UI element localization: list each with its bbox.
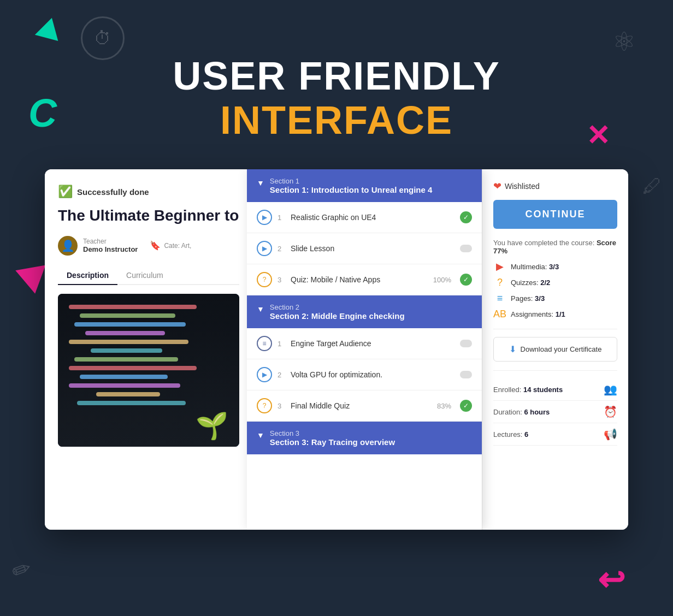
lesson-1-2-title: Slide Lesson xyxy=(291,244,454,253)
video-icon-1: ▶ xyxy=(257,210,272,225)
toggle-2-2 xyxy=(460,371,472,378)
instructor-name: Demo Instructor xyxy=(83,245,138,253)
section1-header[interactable]: ▼ Section 1 Section 1: Introduction to U… xyxy=(247,169,482,202)
hero-title-line1: USER FRIENDLY xyxy=(145,55,528,98)
success-badge: ✅ Successfully done xyxy=(58,185,239,199)
quiz-icon-1: ? xyxy=(257,272,272,287)
section3-title: Section 3: Ray Tracing overview xyxy=(270,437,395,447)
download-icon: ⬇ xyxy=(509,344,516,354)
lesson-2-2[interactable]: ▶ 2 Volta GPU for optimization. xyxy=(247,359,482,390)
instructor-row: 👤 Teacher Demo Instructor 🔖 Cate: Art, xyxy=(58,236,239,256)
bg-pencil2-icon: 🖊 xyxy=(642,175,662,198)
completion-text: You have completed the course: Score 77% xyxy=(493,239,617,255)
bg-atom-icon: ⚛ xyxy=(612,26,636,57)
stat-assignments: AB Assignments: 1/1 xyxy=(493,309,617,320)
lesson-1-3-title: Quiz: Mobile / Native Apps xyxy=(291,275,428,284)
multimedia-icon: ▶ xyxy=(493,260,506,273)
assignments-label: Assignments: 1/1 xyxy=(511,310,565,318)
section3-label: Section 3 xyxy=(270,429,395,437)
continue-button[interactable]: CONTINUE xyxy=(493,200,617,229)
quiz-icon-2: ? xyxy=(257,398,272,413)
hook-pink-shape: ↩ xyxy=(598,560,625,599)
download-cert-label: Download your Certificate xyxy=(521,345,602,353)
duration-row: Duration: 6 hours ⏰ xyxy=(493,401,617,423)
speaker-icon: 📢 xyxy=(604,428,617,441)
divider-1 xyxy=(493,329,617,329)
toggle-1-2 xyxy=(460,245,472,252)
assignments-icon: AB xyxy=(493,309,506,320)
wishlisted-row: ❤ Wishlisted xyxy=(493,180,617,192)
right-panel: ❤ Wishlisted CONTINUE You have completed… xyxy=(482,169,628,530)
lesson-2-1-title: Engine Target Audience xyxy=(291,339,454,348)
lesson-2-3-title: Final Middle Quiz xyxy=(291,401,432,410)
pages-label: Pages: 3/3 xyxy=(511,294,545,303)
clock-circle-shape: ⏱ xyxy=(81,16,125,60)
section2-label: Section 2 xyxy=(270,303,405,311)
lesson-1-3[interactable]: ? 3 Quiz: Mobile / Native Apps 100% ✓ xyxy=(247,264,482,295)
left-panel: ✅ Successfully done The Ultimate Beginne… xyxy=(45,169,252,530)
check-icon-2-3: ✓ xyxy=(460,400,472,412)
category-label: Cate: Art, xyxy=(164,242,191,250)
lesson-1-1-title: Realistic Graphic on UE4 xyxy=(291,213,454,222)
bookmark-icon: 🔖 xyxy=(150,240,161,251)
section2-arrow-icon: ▼ xyxy=(257,305,264,313)
multimedia-label: Multimedia: 3/3 xyxy=(511,263,559,271)
code-display xyxy=(58,294,239,420)
bg-pencil-icon: ✏ xyxy=(8,554,36,585)
section3-arrow-icon: ▼ xyxy=(257,431,264,440)
enrolled-row: Enrolled: 14 students 👥 xyxy=(493,378,617,401)
video-icon-2: ▶ xyxy=(257,241,272,256)
section3-header[interactable]: ▼ Section 3 Section 3: Ray Tracing overv… xyxy=(247,422,482,454)
lesson-1-3-score: 100% xyxy=(433,276,451,284)
enrolled-label: Enrolled: 14 students xyxy=(493,386,563,394)
lesson-2-1[interactable]: ≡ 1 Engine Target Audience xyxy=(247,328,482,359)
section1-title: Section 1: Introduction to Unreal engine… xyxy=(270,185,433,194)
duration-label: Duration: 6 hours xyxy=(493,408,550,416)
hero-title-line2: INTERFACE xyxy=(145,98,528,143)
lesson-2-2-title: Volta GPU for optimization. xyxy=(291,370,454,379)
tab-curriculum[interactable]: Curriculum xyxy=(117,266,172,285)
wishlisted-text: Wishlisted xyxy=(505,182,540,191)
laptop-visual: 🌱 xyxy=(58,294,239,447)
toggle-2-1 xyxy=(460,340,472,347)
completion-box: You have completed the course: Score 77%… xyxy=(493,239,617,320)
check-icon-1: ✓ xyxy=(460,211,472,223)
divider-2 xyxy=(493,370,617,371)
stat-quizzes: ? Quizzes: 2/2 xyxy=(493,277,617,288)
page-icon-1: ≡ xyxy=(257,336,272,351)
avatar: 👤 xyxy=(58,236,78,256)
course-title: The Ultimate Beginner to xyxy=(58,206,239,225)
quizzes-icon: ? xyxy=(493,277,506,288)
tabs-row: Description Curriculum xyxy=(58,266,239,285)
lectures-label: Lectures: 6 xyxy=(493,430,528,439)
c-shape: C xyxy=(28,91,57,135)
pages-icon: ≡ xyxy=(493,293,506,304)
lesson-2-3[interactable]: ? 3 Final Middle Quiz 83% ✓ xyxy=(247,390,482,422)
section1-arrow-icon: ▼ xyxy=(257,179,264,187)
students-icon: 👥 xyxy=(604,383,617,396)
hero-section: USER FRIENDLY INTERFACE xyxy=(145,55,528,143)
plant-icon: 🌱 xyxy=(196,411,228,441)
course-image: 🌱 xyxy=(58,294,239,447)
course-sections-panel: ▼ Section 1 Section 1: Introduction to U… xyxy=(247,169,482,530)
success-text: Successfully done xyxy=(77,187,149,197)
instructor-label: Teacher xyxy=(83,238,138,245)
section2-header[interactable]: ▼ Section 2 Section 2: Middle Engine che… xyxy=(247,295,482,328)
success-icon: ✅ xyxy=(58,185,73,199)
lesson-1-2[interactable]: ▶ 2 Slide Lesson xyxy=(247,233,482,264)
lesson-1-1[interactable]: ▶ 1 Realistic Graphic on UE4 ✓ xyxy=(247,202,482,233)
heart-icon: ❤ xyxy=(493,180,501,192)
quizzes-label: Quizzes: 2/2 xyxy=(511,279,550,287)
lectures-row: Lectures: 6 📢 xyxy=(493,423,617,446)
stat-multimedia: ▶ Multimedia: 3/3 xyxy=(493,260,617,273)
ui-showcase: ✅ Successfully done The Ultimate Beginne… xyxy=(45,169,628,530)
tab-description[interactable]: Description xyxy=(58,266,117,285)
x-shape: ✕ xyxy=(586,119,610,152)
triangle-green-shape xyxy=(35,15,63,41)
section2-title: Section 2: Middle Engine checking xyxy=(270,311,405,321)
lesson-2-3-score: 83% xyxy=(437,402,451,410)
video-icon-3: ▶ xyxy=(257,367,272,382)
download-certificate-button[interactable]: ⬇ Download your Certificate xyxy=(493,337,617,362)
stat-pages: ≡ Pages: 3/3 xyxy=(493,293,617,304)
section1-label: Section 1 xyxy=(270,177,433,185)
